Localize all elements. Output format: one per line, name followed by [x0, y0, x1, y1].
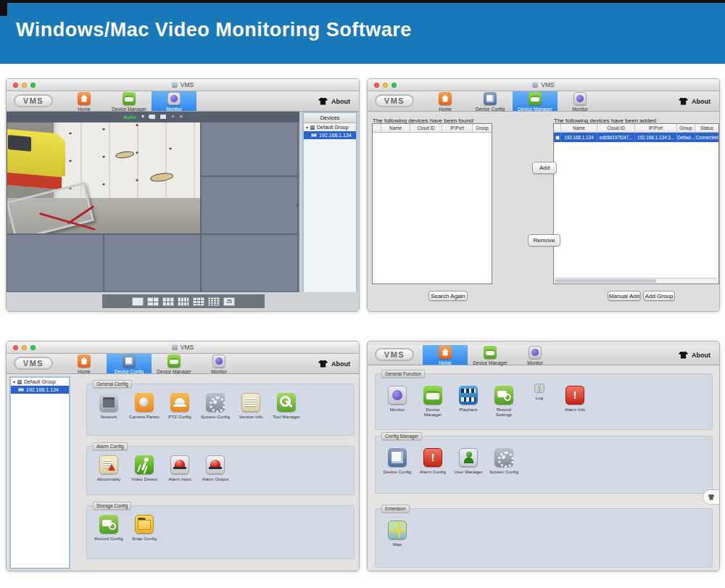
app-item-version-info[interactable]: Version Info: [235, 393, 267, 419]
alarm-config-group: Alarm Config Abnormality Video Detect Al…: [86, 446, 355, 495]
tree-expander-icon[interactable]: ▾: [306, 125, 308, 130]
video-cell-empty[interactable]: [104, 234, 201, 292]
manual-add-button[interactable]: Manual Add: [608, 291, 641, 301]
add-group-button[interactable]: Add Group: [643, 291, 675, 301]
app-item-camera-param[interactable]: Camera Param: [128, 393, 160, 419]
video-grid-area: Auto ▾ + ×: [7, 112, 299, 292]
app-item-playback[interactable]: Playback: [452, 386, 484, 417]
app-item-user-manager[interactable]: User Manager: [452, 448, 484, 474]
minimize-window-button[interactable]: [383, 83, 388, 88]
traffic-lights[interactable]: [374, 83, 397, 88]
tab-monitor[interactable]: Monitor: [558, 91, 602, 111]
layout-9-button[interactable]: [193, 297, 204, 306]
home-icon: [78, 92, 91, 105]
video-cell-toolbar: Auto ▾ + ×: [7, 112, 299, 122]
app-item-device-manager[interactable]: Device Manager: [417, 386, 449, 417]
stream-dropdown-icon[interactable]: ▾: [141, 114, 144, 120]
found-devices-table[interactable]: Name Cloud ID IP/Port Group: [372, 123, 492, 284]
tab-home[interactable]: Home: [62, 354, 107, 373]
app-item-alarm-output[interactable]: Alarm Output: [199, 455, 231, 481]
add-stream-icon[interactable]: +: [171, 114, 175, 120]
add-device-button[interactable]: Add: [532, 162, 557, 174]
record-settings-icon: [494, 386, 513, 405]
tab-home[interactable]: Home: [423, 345, 468, 365]
snapshot-icon[interactable]: [149, 115, 155, 119]
tree-expander-icon[interactable]: ▾: [13, 379, 15, 384]
scrollbar-thumb[interactable]: [555, 279, 656, 283]
device-table-row[interactable]: 192.168.1.134 edb5d197f247... 192.168.1.…: [554, 133, 718, 142]
tree-item-device[interactable]: 192.168.1.134: [304, 131, 356, 139]
app-item-network[interactable]: Network: [93, 393, 125, 419]
app-item-snap-config[interactable]: Snap Config: [128, 515, 160, 541]
tshirt-icon: [318, 98, 328, 105]
tab-device-manager[interactable]: Device Manager: [513, 91, 558, 111]
video-cell-empty[interactable]: [201, 234, 298, 292]
stream-auto-label[interactable]: Auto: [123, 114, 136, 120]
bottom-strip: 25: [7, 292, 359, 312]
close-window-button[interactable]: [13, 83, 18, 88]
app-item-system-config[interactable]: System Config: [199, 393, 231, 419]
app-item-alarm-input[interactable]: Alarm Input: [164, 455, 196, 481]
zoom-window-button[interactable]: [30, 345, 36, 350]
app-item-log[interactable]: Log: [523, 386, 555, 417]
minimize-window-button[interactable]: [22, 83, 27, 88]
video-cell-empty[interactable]: [7, 234, 104, 292]
tab-device-manager[interactable]: Device Manager: [107, 91, 152, 111]
minimize-window-button[interactable]: [22, 345, 27, 350]
video-cell-live[interactable]: [7, 122, 201, 234]
layout-4-button[interactable]: [147, 297, 159, 306]
close-window-button[interactable]: [13, 345, 18, 350]
tree-item-default-group[interactable]: ▾ Default Group: [304, 123, 356, 131]
horizontal-scrollbar[interactable]: [555, 278, 718, 283]
checkbox-column: [554, 124, 561, 132]
layout-8-button[interactable]: [178, 297, 189, 306]
close-stream-icon[interactable]: ×: [180, 114, 183, 120]
tab-monitor[interactable]: Monitor: [152, 91, 196, 111]
app-item-monitor[interactable]: Monitor: [381, 386, 413, 417]
tree-item-device[interactable]: 192.168.1.134: [11, 386, 69, 394]
tab-device-manager[interactable]: Device Manager: [152, 354, 196, 373]
video-cell-empty[interactable]: [201, 176, 298, 234]
about-button[interactable]: About: [318, 91, 350, 111]
app-item-system-config[interactable]: System Config: [488, 448, 520, 474]
record-icon[interactable]: [160, 115, 166, 119]
tab-monitor[interactable]: Monitor: [513, 345, 558, 365]
app-item-alarm-config[interactable]: Alarm Config: [417, 448, 449, 474]
close-window-button[interactable]: [374, 83, 379, 88]
video-cell-empty[interactable]: [201, 122, 298, 176]
remove-device-button[interactable]: Remove: [528, 234, 560, 247]
tab-monitor[interactable]: Monitor: [196, 354, 241, 373]
tree-item-default-group[interactable]: ▾ Default Group: [11, 378, 69, 386]
app-item-record-settings[interactable]: Record Settings: [488, 386, 520, 417]
traffic-lights[interactable]: [13, 345, 36, 350]
about-button[interactable]: About: [679, 345, 710, 365]
zoom-window-button[interactable]: [30, 83, 36, 88]
added-devices-table[interactable]: Name Cloud ID IP/Port Group Status 192.1…: [553, 123, 719, 284]
app-item-map[interactable]: Map: [381, 521, 413, 547]
traffic-lights[interactable]: [13, 83, 36, 88]
app-item-tool-manager[interactable]: Tool Manager: [270, 393, 302, 419]
app-item-alarm-info[interactable]: Alarm Info: [559, 386, 591, 417]
user-manager-icon: [459, 448, 478, 467]
app-item-video-detect[interactable]: Video Detect: [128, 455, 160, 481]
app-item-record-config[interactable]: Record Config: [93, 515, 125, 541]
tab-device-config[interactable]: Device Config: [107, 354, 152, 373]
layout-1-button[interactable]: [132, 297, 144, 306]
zoom-window-button[interactable]: [392, 83, 397, 88]
tab-device-config[interactable]: Device Config: [468, 91, 513, 111]
tab-home[interactable]: Home: [62, 91, 107, 111]
app-item-abnormality[interactable]: Abnormality: [93, 455, 125, 481]
side-feedback-tab[interactable]: [703, 489, 720, 505]
search-again-button[interactable]: Search Again: [428, 291, 468, 301]
tab-home[interactable]: Home: [423, 91, 468, 111]
layout-16-button[interactable]: [208, 297, 220, 306]
tab-device-manager[interactable]: Device Manager: [468, 345, 513, 365]
layout-6-button[interactable]: [162, 297, 174, 306]
row-checkbox[interactable]: [555, 136, 560, 140]
layout-25-button[interactable]: 25: [223, 297, 235, 306]
app-item-ptz-config[interactable]: PTZ Config: [164, 393, 196, 419]
app-item-device-config[interactable]: Device Config: [381, 448, 413, 474]
collapse-panel-chevron[interactable]: ›: [296, 200, 299, 209]
about-button[interactable]: About: [318, 354, 350, 373]
about-button[interactable]: About: [679, 91, 710, 111]
